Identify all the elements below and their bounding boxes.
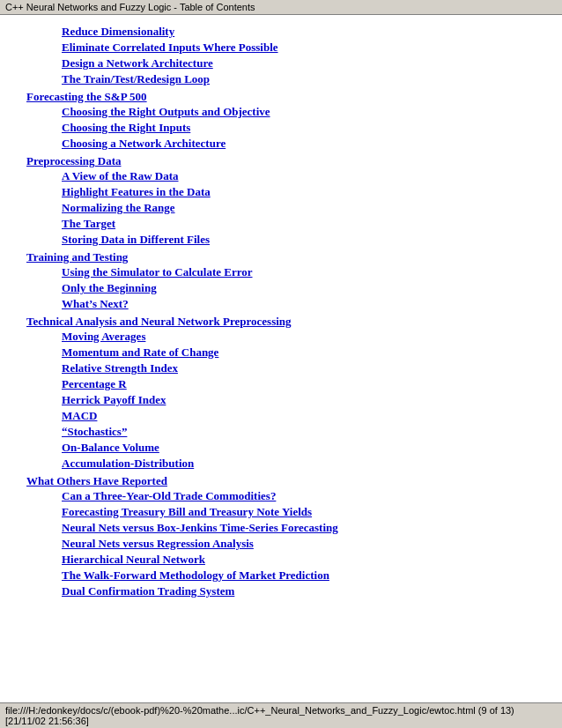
toc-item: Choosing a Network Architecture [62, 137, 536, 151]
page-content: Reduce DimensionalityEliminate Correlate… [0, 15, 562, 635]
toc-link[interactable]: The Target [62, 217, 115, 230]
toc-link[interactable]: Design a Network Architecture [62, 56, 213, 70]
toc-item: Forecasting Treasury Bill and Treasury N… [62, 505, 536, 519]
toc-item: Momentum and Rate of Change [62, 345, 536, 360]
toc-item: Moving Averages [62, 330, 536, 344]
toc-item: “Stochastics” [62, 425, 536, 439]
toc-item: Training and Testing [26, 250, 536, 264]
toc-item: The Walk-Forward Methodology of Market P… [62, 568, 536, 583]
toc-item: On-Balance Volume [62, 441, 536, 455]
toc-link[interactable]: Moving Averages [62, 330, 145, 343]
toc-item: Neural Nets versus Regression Analysis [62, 537, 536, 551]
toc-link[interactable]: Choosing a Network Architecture [62, 137, 226, 150]
toc-container: Reduce DimensionalityEliminate Correlate… [18, 25, 544, 598]
toc-link[interactable]: Preprocessing Data [26, 154, 121, 167]
status-bar-text: file:///H:/edonkey/docs/c/(ebook-pdf)%20… [5, 705, 514, 726]
title-bar: C++ Neural Networks and Fuzzy Logic - Ta… [0, 0, 562, 15]
toc-item: Normalizing the Range [62, 201, 536, 215]
toc-link[interactable]: Training and Testing [26, 250, 128, 264]
toc-item: Percentage R [62, 377, 536, 391]
toc-item: Forecasting the S&P 500 [26, 90, 536, 104]
toc-item: Eliminate Correlated Inputs Where Possib… [62, 41, 536, 55]
toc-link[interactable]: Highlight Features in the Data [62, 185, 211, 198]
toc-link[interactable]: Only the Beginning [62, 281, 157, 294]
toc-link[interactable]: Relative Strength Index [62, 361, 178, 375]
toc-link[interactable]: Herrick Payoff Index [62, 393, 166, 406]
toc-link[interactable]: Momentum and Rate of Change [62, 345, 218, 359]
status-bar: file:///H:/edonkey/docs/c/(ebook-pdf)%20… [0, 702, 562, 728]
title-bar-text: C++ Neural Networks and Fuzzy Logic - Ta… [5, 2, 255, 12]
toc-item: Accumulation-Distribution [62, 457, 536, 471]
toc-item: Hierarchical Neural Network [62, 553, 536, 567]
toc-item: Storing Data in Different Files [62, 233, 536, 247]
toc-item: Dual Confirmation Trading System [62, 584, 536, 598]
toc-item: Choosing the Right Inputs [62, 121, 536, 135]
toc-link[interactable]: MACD [62, 409, 97, 422]
toc-link[interactable]: Normalizing the Range [62, 201, 175, 214]
toc-link[interactable]: Can a Three-Year-Old Trade Commodities? [62, 489, 276, 502]
toc-link[interactable]: A View of the Raw Data [62, 169, 179, 182]
toc-item: Choosing the Right Outputs and Objective [62, 105, 536, 119]
toc-item: What Others Have Reported [26, 474, 536, 488]
toc-item: Using the Simulator to Calculate Error [62, 265, 536, 279]
toc-item: Neural Nets versus Box-Jenkins Time-Seri… [62, 521, 536, 535]
toc-link[interactable]: On-Balance Volume [62, 441, 159, 454]
toc-link[interactable]: Hierarchical Neural Network [62, 553, 205, 566]
toc-item: The Train/Test/Redesign Loop [62, 72, 536, 86]
toc-link[interactable]: Neural Nets versus Regression Analysis [62, 537, 254, 550]
toc-link[interactable]: Forecasting the S&P 500 [26, 90, 147, 103]
toc-item: Reduce Dimensionality [62, 25, 536, 39]
toc-item: Herrick Payoff Index [62, 393, 536, 407]
toc-link[interactable]: Dual Confirmation Trading System [62, 584, 234, 598]
toc-link[interactable]: Technical Analysis and Neural Network Pr… [26, 315, 292, 328]
toc-link[interactable]: Reduce Dimensionality [62, 25, 174, 38]
toc-link[interactable]: Eliminate Correlated Inputs Where Possib… [62, 41, 278, 54]
toc-item: What’s Next? [62, 297, 536, 311]
toc-link[interactable]: The Train/Test/Redesign Loop [62, 72, 210, 85]
toc-link[interactable]: Storing Data in Different Files [62, 233, 210, 246]
toc-item: Relative Strength Index [62, 361, 536, 375]
toc-link[interactable]: Percentage R [62, 377, 127, 390]
toc-link[interactable]: Choosing the Right Inputs [62, 121, 190, 134]
toc-item: Only the Beginning [62, 281, 536, 295]
toc-item: Highlight Features in the Data [62, 185, 536, 199]
toc-link[interactable]: The Walk-Forward Methodology of Market P… [62, 568, 329, 582]
toc-item: Technical Analysis and Neural Network Pr… [26, 315, 536, 329]
toc-link[interactable]: “Stochastics” [62, 425, 127, 438]
toc-link[interactable]: Forecasting Treasury Bill and Treasury N… [62, 505, 312, 518]
toc-link[interactable]: Choosing the Right Outputs and Objective [62, 105, 270, 118]
toc-link[interactable]: What Others Have Reported [26, 474, 167, 487]
toc-item: The Target [62, 217, 536, 231]
toc-link[interactable]: Neural Nets versus Box-Jenkins Time-Seri… [62, 521, 338, 534]
toc-link[interactable]: Using the Simulator to Calculate Error [62, 265, 253, 279]
toc-item: Design a Network Architecture [62, 56, 536, 71]
toc-item: A View of the Raw Data [62, 169, 536, 183]
toc-item: Preprocessing Data [26, 154, 536, 168]
toc-link[interactable]: Accumulation-Distribution [62, 457, 194, 470]
toc-item: MACD [62, 409, 536, 423]
toc-link[interactable]: What’s Next? [62, 297, 129, 310]
toc-item: Can a Three-Year-Old Trade Commodities? [62, 489, 536, 503]
